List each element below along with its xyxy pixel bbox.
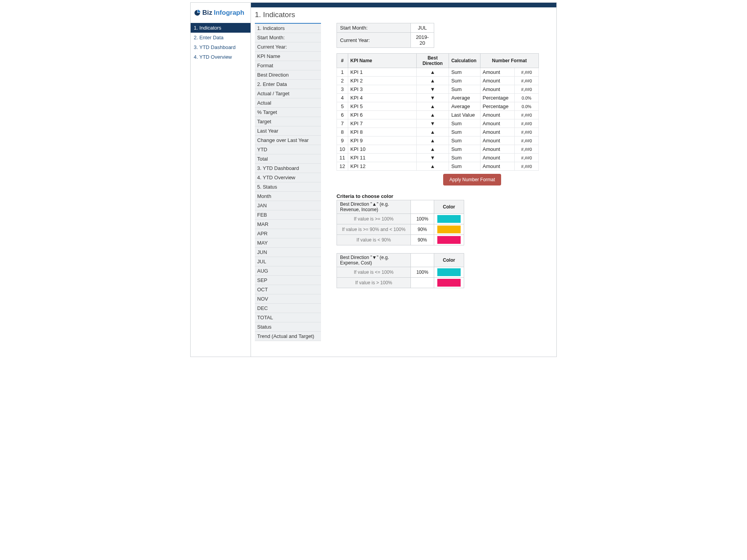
kpi-name-cell[interactable]: KPI 11: [348, 154, 416, 162]
kpi-fmt-type-cell[interactable]: Amount: [480, 119, 514, 128]
kpi-fmt-type-cell[interactable]: Amount: [480, 68, 514, 77]
subnav-item-13[interactable]: YTD: [255, 145, 321, 154]
kpi-name-cell[interactable]: KPI 8: [348, 128, 416, 136]
kpi-fmt-type-cell[interactable]: Percentage: [480, 94, 514, 102]
subnav-item-9[interactable]: % Target: [255, 108, 321, 117]
criteria-val[interactable]: 90%: [411, 235, 434, 245]
subnav-item-16[interactable]: 4. YTD Overview: [255, 173, 321, 182]
kpi-fmt-type-cell[interactable]: Amount: [480, 85, 514, 94]
subnav-item-28[interactable]: OCT: [255, 285, 321, 294]
criteria-val[interactable]: 100%: [411, 214, 434, 224]
kpi-direction-cell[interactable]: ▼: [416, 94, 449, 102]
kpi-name-cell[interactable]: KPI 1: [348, 68, 416, 77]
kpi-direction-cell[interactable]: ▲: [416, 77, 449, 85]
kpi-calc-cell[interactable]: Sum: [449, 145, 480, 154]
kpi-fmt-type-cell[interactable]: Amount: [480, 136, 514, 145]
subnav-item-23[interactable]: MAY: [255, 238, 321, 248]
kpi-calc-cell[interactable]: Sum: [449, 154, 480, 162]
kpi-fmt-type-cell[interactable]: Amount: [480, 145, 514, 154]
kpi-fmt-type-cell[interactable]: Amount: [480, 154, 514, 162]
kpi-direction-cell[interactable]: ▲: [416, 145, 449, 154]
sidebar-item-2[interactable]: 3. YTD Dashboard: [191, 42, 251, 52]
kpi-fmt-type-cell[interactable]: Percentage: [480, 102, 514, 111]
subnav-item-20[interactable]: FEB: [255, 210, 321, 220]
kpi-fmt-type-cell[interactable]: Amount: [480, 111, 514, 119]
subnav-item-32[interactable]: Status: [255, 322, 321, 332]
sidebar-item-3[interactable]: 4. YTD Overview: [191, 52, 251, 62]
kpi-calc-cell[interactable]: Sum: [449, 119, 480, 128]
kpi-direction-cell[interactable]: ▼: [416, 154, 449, 162]
subnav-item-11[interactable]: Last Year: [255, 126, 321, 136]
subnav-item-19[interactable]: JAN: [255, 201, 321, 210]
sidebar-item-1[interactable]: 2. Enter Data: [191, 33, 251, 42]
subnav-item-0[interactable]: 1. Indicators: [255, 24, 321, 33]
start-month-value[interactable]: JUL: [411, 23, 434, 33]
subnav-item-5[interactable]: Best Direction: [255, 70, 321, 80]
kpi-name-cell[interactable]: KPI 6: [348, 111, 416, 119]
kpi-direction-cell[interactable]: ▲: [416, 102, 449, 111]
criteria-val[interactable]: 90%: [411, 224, 434, 235]
subnav-item-17[interactable]: 5. Status: [255, 182, 321, 192]
criteria-val[interactable]: 100%: [411, 267, 434, 278]
subnav-item-1[interactable]: Start Month:: [255, 33, 321, 42]
kpi-direction-cell[interactable]: ▲: [416, 136, 449, 145]
current-year-value[interactable]: 2019-20: [411, 33, 434, 48]
subnav-item-14[interactable]: Total: [255, 154, 321, 164]
app-window: Biz Infograph 1. Indicators2. Enter Data…: [190, 2, 557, 357]
pie-icon: [194, 9, 201, 16]
kpi-name-cell[interactable]: KPI 2: [348, 77, 416, 85]
subnav-item-33[interactable]: Trend (Actual and Target): [255, 332, 321, 341]
kpi-direction-cell[interactable]: ▲: [416, 162, 449, 171]
subnav-item-10[interactable]: Target: [255, 117, 321, 126]
subnav-item-7[interactable]: Actual / Target: [255, 89, 321, 98]
kpi-direction-cell[interactable]: ▼: [416, 85, 449, 94]
crit-up-color-hdr: Color: [434, 200, 464, 214]
subnav-item-24[interactable]: JUN: [255, 248, 321, 257]
kpi-num: 7: [337, 119, 348, 128]
sidebar-item-0[interactable]: 1. Indicators: [191, 23, 251, 33]
kpi-calc-cell[interactable]: Sum: [449, 85, 480, 94]
kpi-direction-cell[interactable]: ▲: [416, 68, 449, 77]
subnav-item-26[interactable]: AUG: [255, 266, 321, 276]
kpi-calc-cell[interactable]: Sum: [449, 136, 480, 145]
subnav-item-25[interactable]: JUL: [255, 257, 321, 266]
subnav-item-8[interactable]: Actual: [255, 98, 321, 108]
kpi-calc-cell[interactable]: Sum: [449, 68, 480, 77]
subnav-item-30[interactable]: DEC: [255, 304, 321, 313]
kpi-calc-cell[interactable]: Sum: [449, 77, 480, 85]
subnav-item-29[interactable]: NOV: [255, 294, 321, 304]
kpi-name-cell[interactable]: KPI 10: [348, 145, 416, 154]
kpi-calc-cell[interactable]: Sum: [449, 162, 480, 171]
kpi-fmt-type-cell[interactable]: Amount: [480, 162, 514, 171]
kpi-direction-cell[interactable]: ▲: [416, 128, 449, 136]
kpi-fmt-cell: 0.0%: [514, 94, 538, 102]
subnav-item-6[interactable]: 2. Enter Data: [255, 80, 321, 89]
kpi-calc-cell[interactable]: Average: [449, 94, 480, 102]
subnav-item-21[interactable]: MAR: [255, 220, 321, 229]
subnav-item-15[interactable]: 3. YTD Dashboard: [255, 164, 321, 173]
subnav-item-2[interactable]: Current Year:: [255, 42, 321, 52]
subnav-item-31[interactable]: TOTAL: [255, 313, 321, 322]
subnav-item-22[interactable]: APR: [255, 229, 321, 238]
kpi-calc-cell[interactable]: Last Value: [449, 111, 480, 119]
subnav-item-18[interactable]: Month: [255, 192, 321, 201]
kpi-direction-cell[interactable]: ▲: [416, 111, 449, 119]
kpi-name-cell[interactable]: KPI 9: [348, 136, 416, 145]
subnav-item-27[interactable]: SEP: [255, 276, 321, 285]
kpi-row: 6KPI 6▲Last ValueAmount#,##0: [337, 111, 539, 119]
kpi-name-cell[interactable]: KPI 3: [348, 85, 416, 94]
kpi-direction-cell[interactable]: ▼: [416, 119, 449, 128]
subnav-item-4[interactable]: Format: [255, 61, 321, 70]
apply-number-format-button[interactable]: Apply Number Format: [443, 174, 501, 186]
kpi-calc-cell[interactable]: Sum: [449, 128, 480, 136]
kpi-name-cell[interactable]: KPI 7: [348, 119, 416, 128]
kpi-name-cell[interactable]: KPI 12: [348, 162, 416, 171]
subnav-item-3[interactable]: KPI Name: [255, 52, 321, 61]
kpi-fmt-type-cell[interactable]: Amount: [480, 128, 514, 136]
kpi-name-cell[interactable]: KPI 4: [348, 94, 416, 102]
kpi-calc-cell[interactable]: Average: [449, 102, 480, 111]
subnav-item-12[interactable]: Change over Last Year: [255, 136, 321, 145]
criteria-val[interactable]: [411, 278, 434, 288]
kpi-fmt-type-cell[interactable]: Amount: [480, 77, 514, 85]
kpi-name-cell[interactable]: KPI 5: [348, 102, 416, 111]
